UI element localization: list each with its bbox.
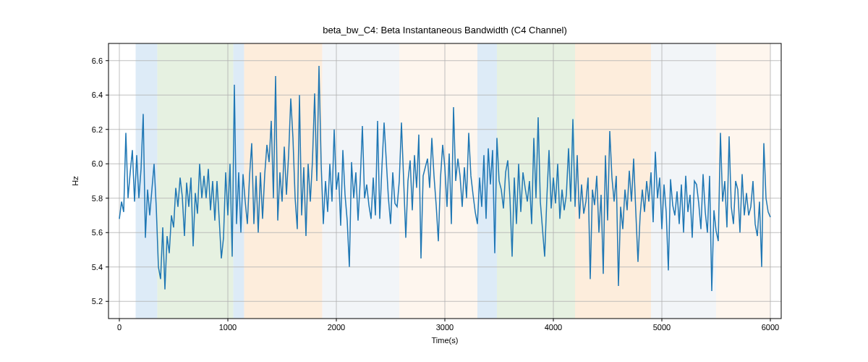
x-tick-label: 5000 bbox=[653, 323, 671, 332]
phase-band bbox=[575, 43, 651, 319]
y-tick-label: 6.2 bbox=[92, 125, 103, 134]
phase-band bbox=[158, 43, 234, 319]
phase-band bbox=[136, 43, 158, 319]
x-tick-label: 1000 bbox=[219, 323, 237, 332]
phase-band bbox=[651, 43, 716, 319]
y-axis-label: Hz bbox=[71, 176, 80, 186]
y-tick-label: 5.8 bbox=[92, 194, 103, 203]
x-tick-label: 3000 bbox=[436, 323, 454, 332]
line-chart: 01000200030004000500060005.25.45.65.86.0… bbox=[0, 0, 868, 362]
y-tick-label: 6.4 bbox=[92, 90, 103, 99]
chart-title: beta_bw_C4: Beta Instantaneous Bandwidth… bbox=[323, 25, 567, 35]
x-tick-label: 4000 bbox=[545, 323, 562, 332]
y-tick-label: 5.2 bbox=[92, 297, 103, 306]
y-tick-label: 5.4 bbox=[92, 263, 103, 272]
y-tick-label: 6.6 bbox=[92, 56, 103, 65]
y-tick-label: 5.6 bbox=[92, 228, 103, 237]
x-tick-label: 0 bbox=[117, 323, 122, 332]
chart-container: 01000200030004000500060005.25.45.65.86.0… bbox=[0, 0, 868, 362]
y-tick-label: 6.0 bbox=[92, 159, 103, 168]
x-axis-label: Time(s) bbox=[432, 336, 459, 345]
x-tick-label: 6000 bbox=[762, 323, 779, 332]
x-tick-label: 2000 bbox=[328, 323, 345, 332]
